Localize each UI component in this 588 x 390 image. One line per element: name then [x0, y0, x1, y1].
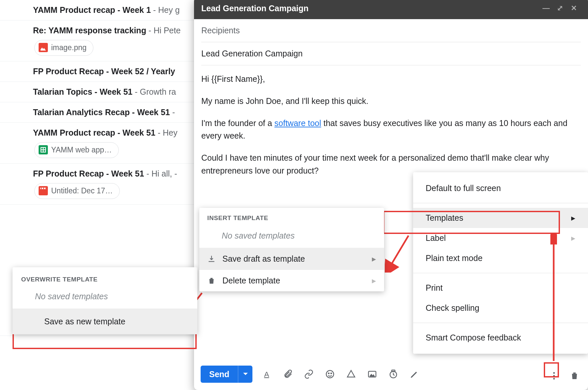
templates-flyout: INSERT TEMPLATE No saved templates Save … [199, 208, 384, 291]
save-as-new-template[interactable]: Save as new template [13, 309, 197, 334]
svg-point-21 [553, 378, 555, 379]
drive-icon[interactable] [344, 367, 358, 381]
attachment-chip[interactable]: Untitled: Dec 17… [34, 183, 120, 199]
expand-icon[interactable]: ⤢ [553, 4, 567, 13]
emoji-icon[interactable] [323, 367, 337, 381]
overwrite-template-header: OVERWRITE TEMPLATE [13, 267, 197, 286]
svg-text:A: A [264, 370, 269, 378]
format-icon[interactable]: A [260, 367, 274, 381]
minimize-icon[interactable]: — [539, 4, 553, 13]
svg-point-14 [328, 373, 329, 374]
compose-toolbar: Send A [201, 366, 581, 383]
svg-point-20 [553, 375, 555, 377]
chevron-right-icon: ▸ [372, 254, 376, 264]
compose-body[interactable]: Hi {{First Name}}, My name is John Doe, … [201, 73, 581, 177]
svg-point-13 [326, 371, 334, 378]
photo-icon[interactable] [365, 367, 379, 381]
save-template-flyout: OVERWRITE TEMPLATE No saved templates Sa… [13, 267, 197, 334]
attachment-chip[interactable]: YAMM web app… [34, 142, 119, 158]
svg-rect-9 [46, 188, 46, 189]
delete-template[interactable]: Delete template ▸ [199, 270, 384, 291]
link-icon[interactable] [302, 367, 316, 381]
svg-rect-7 [41, 188, 42, 189]
image-icon [39, 43, 48, 52]
save-draft-as-template[interactable]: Save draft as template ▸ [199, 248, 384, 270]
download-icon [207, 255, 216, 263]
pen-icon[interactable] [408, 367, 421, 381]
more-options-menu: Default to full screen Templates▸ Label▸… [413, 172, 588, 354]
more-options-button[interactable] [547, 369, 561, 383]
close-icon[interactable]: ✕ [567, 4, 581, 13]
menu-plain-text[interactable]: Plain text mode [413, 248, 588, 268]
svg-point-15 [331, 373, 332, 374]
discard-icon[interactable] [568, 369, 581, 383]
sheet-icon [39, 145, 48, 154]
compose-title: Lead Generation Campaign [201, 4, 309, 13]
subject: YAMM Product recap - Week 1 [33, 5, 151, 15]
preview: - Hey g [151, 5, 180, 15]
svg-point-19 [553, 372, 555, 374]
confidential-icon[interactable] [386, 367, 400, 381]
no-saved-templates: No saved templates [199, 225, 384, 248]
video-icon [39, 186, 48, 195]
menu-templates[interactable]: Templates▸ [413, 208, 588, 228]
software-tool-link[interactable]: software tool [275, 118, 321, 128]
trash-icon [207, 276, 216, 285]
menu-default-fullscreen[interactable]: Default to full screen [413, 178, 588, 198]
overwrite-no-saved: No saved templates [13, 286, 197, 309]
chevron-right-icon: ▸ [571, 213, 575, 223]
send-dropdown[interactable] [238, 366, 252, 383]
menu-print[interactable]: Print [413, 278, 588, 298]
compose-window: Lead Generation Campaign — ⤢ ✕ Recipient… [194, 0, 588, 390]
send-button[interactable]: Send [201, 366, 252, 383]
menu-label[interactable]: Label▸ [413, 228, 588, 248]
subject-field[interactable]: Lead Generation Campaign [201, 42, 581, 65]
svg-rect-0 [39, 43, 48, 52]
compose-titlebar[interactable]: Lead Generation Campaign — ⤢ ✕ [194, 0, 588, 19]
menu-check-spelling[interactable]: Check spelling [413, 298, 588, 318]
menu-smart-compose[interactable]: Smart Compose feedback [413, 328, 588, 348]
recipients-field[interactable]: Recipients [201, 19, 581, 42]
svg-rect-5 [39, 186, 48, 195]
attachment-chip[interactable]: image.png [34, 40, 93, 56]
attach-icon[interactable] [281, 367, 295, 381]
chevron-right-icon: ▸ [571, 233, 575, 243]
insert-template-header: INSERT TEMPLATE [199, 208, 384, 225]
chevron-right-icon: ▸ [372, 276, 376, 285]
svg-rect-8 [43, 188, 44, 189]
